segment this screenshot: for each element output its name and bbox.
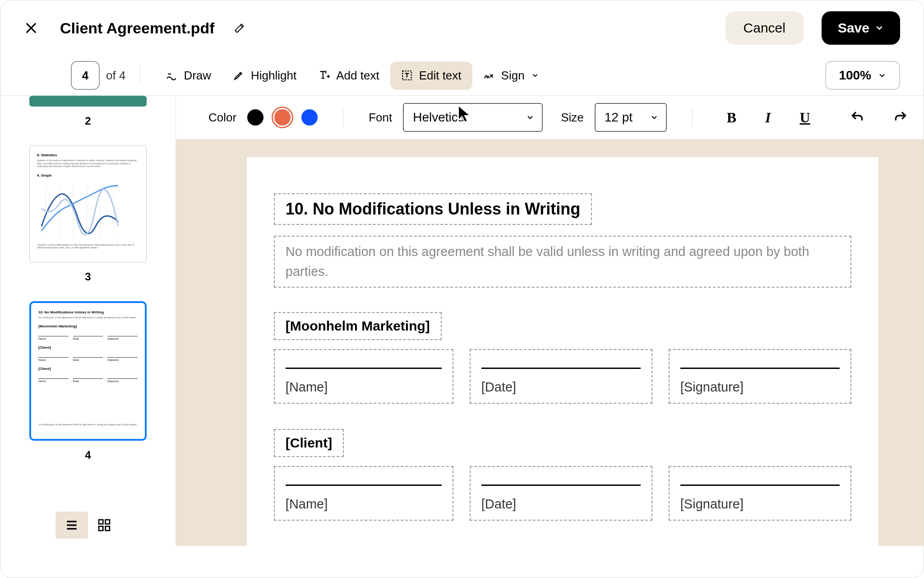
font-label: Font [369,111,392,125]
chevron-down-icon [526,113,535,122]
signature-date[interactable]: [Date] [470,466,652,521]
document-title: Client Agreement.pdf [60,19,215,37]
chevron-down-icon [875,23,884,33]
color-blue[interactable] [301,109,318,126]
pencil-icon [234,22,245,34]
svg-rect-7 [99,520,103,524]
signature-row: [Name] [Date] [Signature] [274,466,851,521]
cursor-icon [457,104,475,126]
chevron-down-icon [650,113,659,122]
divider [343,107,343,127]
view-toggle [0,504,176,546]
bold-button[interactable]: B [718,106,745,130]
redo-icon [893,110,908,125]
signature-name[interactable]: [Name] [274,349,453,404]
undo-button[interactable] [841,107,873,128]
editable-section-body[interactable]: No modification on this agreement shall … [274,236,851,288]
divider [140,65,140,85]
underline-button[interactable]: U [791,106,819,130]
highlight-button[interactable]: Highlight [222,61,307,90]
thumbnail-label: 4 [29,449,147,461]
close-button[interactable] [24,21,38,35]
chevron-down-icon [531,71,539,79]
sidebar-wrapper: 2 8. Statistics Statistics is the study … [0,96,176,546]
editable-section-title[interactable]: 10. No Modifications Unless in Writing [274,193,592,225]
sign-button[interactable]: Sign [472,61,550,90]
list-icon [65,518,79,532]
edit-text-icon [401,70,413,81]
add-text-icon [318,70,330,81]
signature-date[interactable]: [Date] [470,349,652,404]
svg-rect-10 [106,527,110,531]
thumbnail-label: 2 [29,115,147,127]
sign-icon [483,70,495,81]
thumbnail-label: 3 [29,270,147,283]
list-view-button[interactable] [55,512,88,539]
page-content: 10. No Modifications Unless in Writing N… [247,157,878,546]
svg-rect-9 [99,527,103,531]
page-number-input[interactable] [71,61,100,90]
signature-signature[interactable]: [Signature] [669,349,851,404]
thumbnail-page-3[interactable]: 8. Statistics Statistics is the study an… [29,145,147,262]
undo-icon [850,110,864,125]
signature-row: [Name] [Date] [Signature] [274,349,851,404]
chevron-down-icon [878,71,887,80]
edit-title-button[interactable] [234,22,245,34]
content-area: 2 8. Statistics Statistics is the study … [0,95,924,546]
edit-text-button[interactable]: Edit text [390,61,472,90]
draw-icon [166,70,177,81]
add-text-button[interactable]: Add text [307,61,390,90]
toolbar: of 4 Draw Highlight Add text Edit text S… [0,56,924,95]
zoom-button[interactable]: 100% [825,61,900,90]
italic-button[interactable]: I [756,106,780,130]
cancel-button[interactable]: Cancel [725,11,804,45]
divider [692,107,693,127]
page-total: of 4 [106,69,125,83]
size-label: Size [561,111,584,125]
draw-button[interactable]: Draw [155,61,222,90]
signature-signature[interactable]: [Signature] [669,466,851,521]
thumbnail-page-2-partial[interactable] [29,96,147,107]
close-icon [24,21,38,35]
save-button[interactable]: Save [822,11,900,45]
thumbnail-sidebar: 2 8. Statistics Statistics is the study … [0,96,176,504]
signature-name[interactable]: [Name] [274,466,453,521]
header: Client Agreement.pdf Cancel Save [0,0,924,56]
editable-party2[interactable]: [Client] [274,429,344,457]
grid-view-button[interactable] [88,512,120,539]
color-black[interactable] [247,109,263,126]
color-label: Color [208,111,236,125]
redo-button[interactable] [884,107,917,128]
grid-icon [97,518,111,532]
editable-party1[interactable]: [Moonhelm Marketing] [274,312,442,340]
color-orange[interactable] [274,109,291,126]
thumbnail-chart [37,181,139,240]
main-area: Color Font Helvetica Size 12 pt B I U [176,96,924,546]
thumbnail-page-4[interactable]: 10. No Modifications Unless in Writing N… [29,301,147,441]
highlight-icon [233,70,245,81]
size-select[interactable]: 12 pt [595,103,667,132]
save-label: Save [838,20,869,36]
format-bar: Color Font Helvetica Size 12 pt B I U [176,96,924,139]
svg-rect-8 [106,520,110,524]
document-canvas[interactable]: 10. No Modifications Unless in Writing N… [176,139,924,546]
